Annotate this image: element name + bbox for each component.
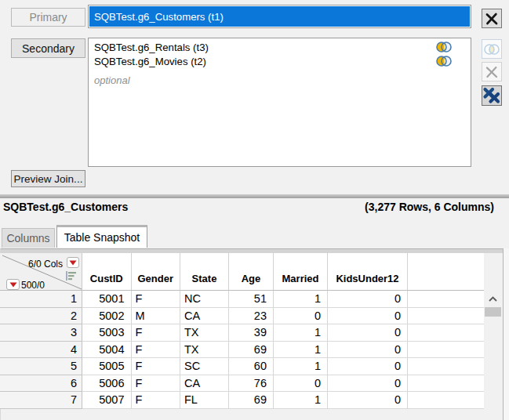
left-outer-join-venn-icon[interactable] (436, 55, 452, 70)
cell-married[interactable]: 1 (274, 342, 328, 359)
column-header-gender[interactable]: Gender (132, 253, 181, 290)
table-right-gutter (504, 248, 509, 420)
red-triangle-icon (69, 260, 77, 266)
columns-menu-button[interactable] (67, 257, 79, 268)
x-icon (484, 11, 500, 27)
table-row: 55005FSC6010 (0, 358, 484, 375)
row-number-cell[interactable]: 6 (0, 375, 82, 393)
rows-menu-button[interactable] (6, 279, 20, 290)
venn-join-disabled-icon (483, 43, 500, 56)
cell-age[interactable]: 39 (229, 324, 274, 342)
cell-age[interactable]: 69 (229, 342, 274, 359)
table-corner-cell: 6/0 Cols 500/0 (0, 253, 82, 290)
cell-gender[interactable]: M (132, 308, 181, 325)
cell-state[interactable]: NC (180, 291, 229, 308)
red-triangle-icon (9, 282, 17, 288)
table-header-band: 6/0 Cols 500/0 CustIDGenderStateAgeMarri… (0, 253, 484, 291)
row-number-cell[interactable]: 1 (0, 291, 82, 308)
cell-state[interactable]: TX (180, 342, 229, 359)
cell-custid[interactable]: 5002 (82, 308, 132, 325)
row-number-cell[interactable]: 3 (0, 324, 82, 342)
cell-kidsunder12[interactable]: 0 (328, 308, 408, 325)
secondary-table-item-label: SQBTest.g6_Rentals (t3) (94, 42, 209, 53)
row-number-cell[interactable]: 7 (0, 392, 82, 409)
column-header-kidsunder12[interactable]: KidsUnder12 (328, 253, 408, 290)
cell-age[interactable]: 60 (229, 358, 274, 375)
vertical-scrollbar[interactable] (485, 291, 501, 420)
cell-married[interactable]: 0 (274, 308, 328, 325)
cell-gender[interactable]: F (132, 291, 181, 308)
cell-kidsunder12[interactable]: 0 (328, 358, 408, 375)
cell-custid[interactable]: 5005 (82, 358, 132, 375)
primary-button[interactable]: Primary (11, 8, 85, 27)
cell-kidsunder12[interactable]: 0 (328, 324, 408, 342)
cell-kidsunder12[interactable]: 0 (328, 291, 408, 308)
section-summary: (3,277 Rows, 6 Columns) (365, 201, 494, 213)
cell-state[interactable]: SC (180, 358, 229, 375)
cell-married[interactable]: 1 (274, 358, 328, 375)
cell-age[interactable]: 23 (229, 308, 274, 325)
scrollbar-thumb[interactable] (485, 307, 501, 317)
tab-table-snapshot[interactable]: Table Snapshot (56, 225, 147, 248)
cell-age[interactable]: 76 (229, 375, 274, 393)
cell-married[interactable]: 0 (274, 375, 328, 393)
column-header-married[interactable]: Married (274, 253, 328, 290)
section-title: SQBTest.g6_Customers (3, 201, 128, 213)
row-number-cell[interactable]: 2 (0, 308, 82, 325)
query-builder-window: Primary SQBTest.g6_Customers (t1) Second… (0, 0, 509, 420)
cell-custid[interactable]: 5003 (82, 324, 132, 342)
column-header-state[interactable]: State (180, 253, 229, 290)
cell-married[interactable]: 1 (274, 291, 328, 308)
secondary-table-item[interactable]: SQBTest.g6_Movies (t2) (89, 54, 470, 68)
column-header-custid[interactable]: CustID (82, 253, 132, 290)
cell-gender[interactable]: F (132, 342, 181, 359)
cell-gender[interactable]: F (132, 375, 181, 393)
cell-state[interactable]: CA (180, 308, 229, 325)
cell-gender[interactable]: F (132, 358, 181, 375)
table-row: 65006FCA7600 (0, 375, 484, 393)
row-number-cell[interactable]: 5 (0, 358, 82, 375)
cell-state[interactable]: TX (180, 324, 229, 342)
remove-secondary-button[interactable] (482, 62, 502, 81)
cell-kidsunder12[interactable]: 0 (328, 392, 408, 409)
cell-filler (408, 358, 484, 375)
secondary-table-item-label: SQBTest.g6_Movies (t2) (94, 56, 206, 67)
preview-join-button[interactable]: Preview Join... (11, 170, 85, 187)
cell-custid[interactable]: 5004 (82, 342, 132, 359)
rows-count-label: 500/0 (21, 280, 45, 291)
splitter-bar[interactable] (0, 194, 509, 198)
column-header-age[interactable]: Age (229, 253, 274, 290)
cell-state[interactable]: FL (180, 392, 229, 409)
scroll-up-button[interactable] (485, 291, 501, 307)
cell-custid[interactable]: 5006 (82, 375, 132, 393)
secondary-table-listbox: optional SQBTest.g6_Rentals (t3)SQBTest.… (88, 38, 471, 167)
cell-custid[interactable]: 5001 (82, 291, 132, 308)
remove-all-joins-button[interactable] (482, 85, 502, 106)
table-row: 25002MCA2300 (0, 308, 484, 325)
secondary-button[interactable]: Secondary (11, 38, 85, 58)
cell-gender[interactable]: F (132, 324, 181, 342)
cell-age[interactable]: 69 (229, 392, 274, 409)
cell-age[interactable]: 51 (229, 291, 274, 308)
cell-married[interactable]: 1 (274, 324, 328, 342)
cell-state[interactable]: CA (180, 375, 229, 393)
table-row: 75007FFL6910 (0, 392, 484, 409)
remove-primary-button[interactable] (482, 9, 502, 28)
cell-gender[interactable]: F (132, 392, 181, 409)
primary-table-listbox: SQBTest.g6_Customers (t1) (88, 5, 471, 28)
cell-filler (408, 375, 484, 393)
cell-custid[interactable]: 5007 (82, 392, 132, 409)
table-row: 45004FTX6910 (0, 342, 484, 359)
primary-table-item[interactable]: SQBTest.g6_Customers (t1) (89, 6, 470, 27)
edit-join-button[interactable] (482, 39, 502, 59)
columns-count-label: 6/0 Cols (28, 259, 63, 270)
cell-filler (408, 291, 484, 308)
cell-kidsunder12[interactable]: 0 (328, 342, 408, 359)
cell-filler (408, 308, 484, 325)
cell-married[interactable]: 1 (274, 392, 328, 409)
row-number-cell[interactable]: 4 (0, 342, 82, 359)
tab-columns[interactable]: Columns (2, 228, 55, 248)
cell-filler (408, 392, 484, 409)
cell-kidsunder12[interactable]: 0 (328, 375, 408, 393)
secondary-table-item[interactable]: SQBTest.g6_Rentals (t3) (89, 40, 470, 54)
